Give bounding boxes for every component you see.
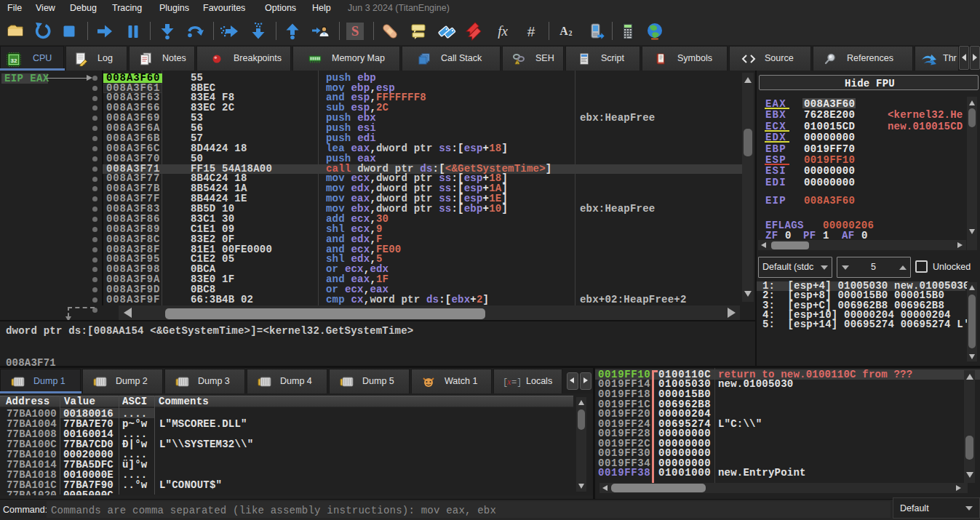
svg-text:=]: =] (511, 377, 520, 387)
svg-text:x: x (506, 377, 511, 387)
svg-text:#: # (527, 24, 535, 39)
svg-text:2: 2 (569, 29, 573, 37)
svg-text:!: ! (517, 60, 518, 65)
svg-text:S: S (351, 23, 359, 39)
svg-text:fx: fx (498, 23, 508, 39)
svg-text:A: A (559, 25, 568, 37)
svg-text:32: 32 (11, 57, 17, 64)
